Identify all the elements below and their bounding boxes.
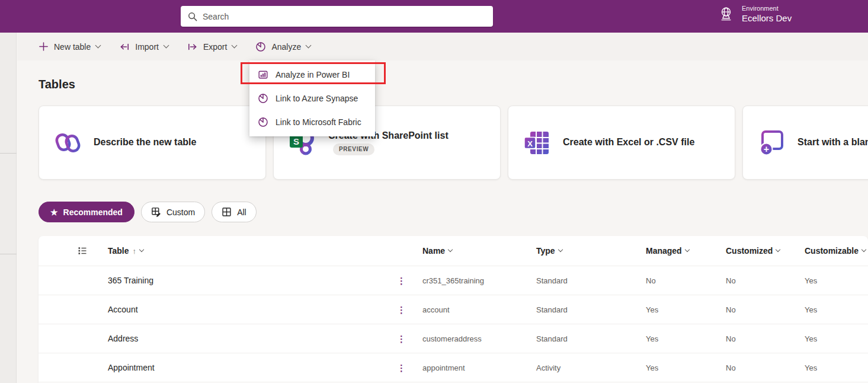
cell-customizable: Yes	[805, 276, 868, 285]
row-menu-button[interactable]: ⋮	[397, 276, 422, 285]
cell-table[interactable]: 365 Training	[108, 276, 385, 285]
row-menu-button[interactable]: ⋮	[397, 363, 422, 372]
column-header-customized[interactable]: Customized	[726, 246, 805, 256]
tables-list-header: Table ↑ Name Type Managed Customized Cus…	[39, 236, 868, 266]
search-icon	[188, 12, 197, 21]
top-app-bar: Environment Ecellors Dev	[0, 0, 868, 33]
cell-managed: Yes	[646, 334, 726, 343]
chevron-down-icon	[448, 247, 453, 252]
cell-name: appointment	[422, 363, 536, 372]
copilot-icon	[55, 129, 82, 157]
card-describe-new-table[interactable]: Describe the new table	[39, 106, 266, 180]
command-bar: New table Import Export Analyze	[17, 33, 868, 60]
environment-label: Environment	[742, 4, 792, 12]
environment-name: Ecellors Dev	[742, 12, 792, 24]
cell-customized: No	[726, 334, 805, 343]
table-row[interactable]: Appointment ⋮ appointment Activity Yes N…	[39, 353, 868, 382]
filter-label: Custom	[166, 208, 195, 217]
svg-text:X: X	[527, 139, 533, 148]
column-header-customizable[interactable]: Customizable	[805, 246, 868, 256]
menu-item-link-to-azure-synapse[interactable]: Link to Azure Synapse	[249, 87, 375, 110]
cell-type: Standard	[536, 334, 646, 343]
list-icon	[78, 246, 87, 256]
export-icon	[187, 42, 198, 52]
table-filter-pills: ★ Recommended Custom All	[39, 202, 257, 222]
analyze-button[interactable]: Analyze	[249, 38, 316, 56]
collapsed-left-nav[interactable]	[0, 33, 17, 383]
blank-table-icon: +	[758, 129, 786, 157]
column-header-managed[interactable]: Managed	[646, 246, 726, 256]
card-create-with-excel-csv[interactable]: X Create with Excel or .CSV file	[508, 106, 735, 180]
import-button[interactable]: Import	[113, 38, 174, 56]
row-menu-button[interactable]: ⋮	[397, 334, 422, 343]
chevron-down-icon	[861, 247, 866, 252]
new-table-button[interactable]: New table	[33, 38, 106, 55]
chevron-down-icon	[232, 43, 238, 49]
svg-text:+: +	[764, 144, 769, 154]
menu-item-link-to-microsoft-fabric[interactable]: Link to Microsoft Fabric	[249, 110, 375, 134]
search-box[interactable]	[181, 6, 493, 27]
pie-chart-icon	[258, 117, 268, 127]
chevron-down-icon	[306, 43, 312, 49]
table-row[interactable]: 365 Training ⋮ cr351_365training Standar…	[39, 266, 868, 295]
sort-ascending-icon: ↑	[133, 247, 137, 256]
menu-item-label: Link to Azure Synapse	[276, 94, 358, 103]
filter-label: All	[237, 208, 246, 217]
svg-text:S: S	[293, 136, 299, 146]
analyze-label: Analyze	[271, 42, 301, 52]
cell-table[interactable]: Address	[108, 334, 385, 343]
tables-list: Table ↑ Name Type Managed Customized Cus…	[39, 236, 868, 383]
preview-badge: PREVIEW	[333, 143, 374, 155]
search-input[interactable]	[203, 12, 486, 21]
column-header-type[interactable]: Type	[536, 246, 646, 256]
cell-customized: No	[726, 276, 805, 285]
excel-icon: X	[524, 129, 551, 157]
chevron-down-icon	[164, 43, 169, 49]
add-icon	[39, 42, 49, 52]
column-header-table[interactable]: Table ↑	[108, 246, 385, 256]
column-header-name[interactable]: Name	[422, 246, 536, 256]
filter-custom[interactable]: Custom	[141, 202, 205, 222]
import-label: Import	[135, 42, 159, 52]
cell-customized: No	[726, 363, 805, 372]
export-button[interactable]: Export	[181, 38, 242, 56]
row-menu-button[interactable]: ⋮	[397, 305, 422, 314]
pie-chart-icon	[258, 93, 268, 104]
card-label: Create with Excel or .CSV file	[563, 136, 706, 149]
card-start-with-blank-table[interactable]: + Start with a blan	[742, 106, 868, 180]
filter-recommended[interactable]: ★ Recommended	[39, 202, 134, 222]
menu-item-analyze-in-power-bi[interactable]: Analyze in Power BI	[249, 63, 375, 87]
rail-divider	[0, 254, 17, 254]
all-tables-icon	[222, 207, 232, 217]
cell-customizable: Yes	[805, 334, 868, 343]
pie-chart-icon	[255, 42, 266, 52]
menu-item-label: Link to Microsoft Fabric	[276, 117, 361, 127]
environment-info: Environment Ecellors Dev	[742, 4, 792, 24]
table-row[interactable]: Account ⋮ account Standard Yes No Yes	[39, 295, 868, 324]
cell-name: customeraddress	[422, 334, 536, 343]
cell-table[interactable]: Account	[108, 305, 385, 314]
cell-customizable: Yes	[805, 305, 868, 314]
card-label: Start with a blan	[797, 136, 868, 149]
new-table-label: New table	[54, 42, 91, 52]
create-table-cards: Describe the new table S Create with Sha…	[39, 106, 868, 180]
cell-managed: No	[646, 276, 726, 285]
table-row[interactable]: Address ⋮ customeraddress Standard Yes N…	[39, 324, 868, 353]
chevron-down-icon	[139, 247, 144, 252]
export-label: Export	[203, 42, 227, 52]
environment-picker[interactable]: Environment Ecellors Dev	[718, 4, 792, 24]
page-title: Tables	[39, 78, 75, 91]
cell-name: account	[422, 305, 536, 314]
view-options-button[interactable]	[39, 246, 108, 256]
cell-managed: Yes	[646, 363, 726, 372]
filter-all[interactable]: All	[212, 202, 257, 222]
cell-managed: Yes	[646, 305, 726, 314]
rail-divider	[0, 153, 17, 154]
cell-table[interactable]: Appointment	[108, 363, 385, 372]
cell-type: Standard	[536, 276, 646, 285]
chevron-down-icon	[558, 247, 562, 252]
filter-label: Recommended	[63, 208, 123, 217]
environment-globe-icon	[718, 6, 734, 22]
power-bi-icon	[258, 69, 268, 80]
menu-item-label: Analyze in Power BI	[276, 70, 350, 79]
